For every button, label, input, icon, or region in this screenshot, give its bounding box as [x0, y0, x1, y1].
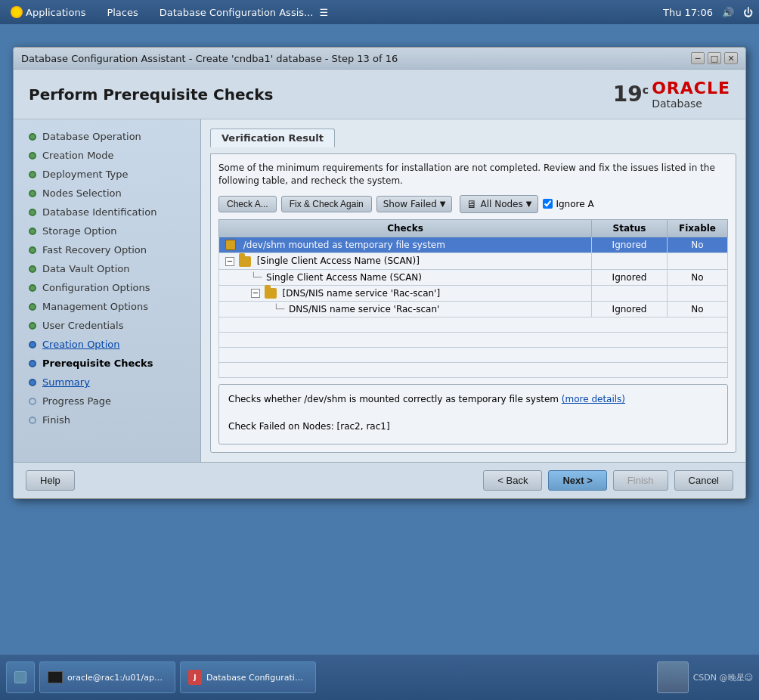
sidebar-dot-fast-recovery [29, 246, 36, 254]
verification-description: Some of the minimum requirements for ins… [218, 162, 728, 187]
ignore-all-label: Ignore A [556, 199, 593, 209]
sidebar-item-fast-recovery[interactable]: Fast Recovery Option [14, 240, 200, 259]
all-nodes-dropdown[interactable]: 🖥 All Nodes ▼ [460, 195, 538, 213]
more-details-link[interactable]: (more details) [562, 394, 625, 404]
csdn-watermark: CSDN @晚星☺ [693, 672, 753, 683]
places-label: Places [107, 7, 138, 18]
table-row-empty [219, 333, 728, 348]
taskbar-terminal[interactable]: oracle@rac1:/u01/app/oracle/prod... [39, 661, 175, 693]
row-label: /dev/shm mounted as temporary file syste… [243, 240, 445, 250]
taskbar-places[interactable]: Places [102, 5, 142, 20]
table-row[interactable]: /dev/shm mounted as temporary file syste… [219, 237, 728, 253]
sidebar-item-deployment-type[interactable]: Deployment Type [14, 165, 200, 184]
collapse-icon-2[interactable]: − [251, 289, 260, 298]
taskbar-left: Applications Places Database Configurati… [6, 5, 333, 20]
folder-icon [239, 256, 251, 267]
toolbar-row: Check A... Fix & Check Again Show Failed… [218, 195, 728, 213]
sidebar-label-creation-option: Creation Option [42, 339, 120, 350]
terminal-label: oracle@rac1:/u01/app/oracle/prod... [67, 673, 167, 683]
terminal-icon [48, 671, 63, 683]
bottom-task-square[interactable] [657, 661, 689, 693]
verification-panel: Some of the minimum requirements for ins… [210, 153, 736, 453]
all-nodes-arrow-icon: ▼ [526, 200, 532, 208]
check-all-button[interactable]: Check A... [218, 196, 277, 212]
sidebar-item-finish[interactable]: Finish [14, 410, 200, 429]
sidebar-label-summary: Summary [42, 376, 90, 388]
collapse-icon[interactable]: − [225, 257, 234, 266]
sidebar-item-database-operation[interactable]: Database Operation [14, 127, 200, 146]
close-button[interactable]: ✕ [724, 52, 738, 64]
sidebar-dot-user-credentials [29, 322, 36, 330]
sidebar-dot-configuration-options [29, 284, 36, 292]
dialog-header: Perform Prerequisite Checks 19c ORACLE D… [14, 70, 745, 119]
row-fixable-cell [668, 285, 728, 302]
table-row[interactable]: − [Single Client Access Name (SCAN)] [219, 253, 728, 270]
sidebar-item-creation-option[interactable]: Creation Option [14, 335, 200, 354]
dialog-footer: Help < Back Next > Finish Cancel [14, 462, 745, 498]
next-button[interactable]: Next > [548, 470, 606, 491]
tree-line-icon: └─ [251, 272, 262, 283]
applications-label: Applications [26, 7, 85, 18]
sidebar-dot-creation-mode [29, 152, 36, 160]
oracle-version: 19c [613, 82, 649, 107]
bottom-right-area: CSDN @晚星☺ [657, 661, 753, 693]
ignore-all-checkbox-label[interactable]: Ignore A [543, 199, 593, 209]
details-text-2: Check Failed on Nodes: [rac2, rac1] [228, 420, 718, 433]
show-failed-arrow-icon: ▼ [440, 200, 446, 208]
taskbar-dbca[interactable]: J Database Configuration Assistant -... [180, 661, 316, 693]
sidebar: Database Operation Creation Mode Deploym… [14, 119, 201, 462]
table-row-empty [219, 317, 728, 333]
row-fixable-cell: No [668, 269, 728, 285]
cancel-button[interactable]: Cancel [674, 470, 733, 491]
taskbar-applications[interactable]: Applications [6, 5, 90, 20]
sidebar-item-user-credentials[interactable]: User Credentials [14, 316, 200, 335]
sidebar-item-progress-page[interactable]: Progress Page [14, 392, 200, 410]
volume-icon: 🔊 [722, 7, 734, 18]
top-taskbar: Applications Places Database Configurati… [0, 0, 759, 24]
row-status-cell [592, 253, 668, 270]
warning-icon [225, 240, 236, 250]
dialog-title: Database Configuration Assistant - Creat… [21, 53, 398, 64]
sidebar-item-creation-mode[interactable]: Creation Mode [14, 146, 200, 165]
window-title-label: Database Configuration Assis... [160, 7, 314, 18]
sidebar-item-summary[interactable]: Summary [14, 373, 200, 392]
table-row[interactable]: └─ Single Client Access Name (SCAN) Igno… [219, 269, 728, 285]
sidebar-dot-nodes-selection [29, 190, 36, 197]
sidebar-item-nodes-selection[interactable]: Nodes Selection [14, 184, 200, 203]
tab-label: Verification Result [222, 132, 324, 144]
table-row[interactable]: └─ DNS/NIS name service 'Rac-scan' Ignor… [219, 302, 728, 317]
sidebar-label-user-credentials: User Credentials [42, 320, 123, 331]
minimize-button[interactable]: ─ [691, 52, 705, 64]
tab-verification-result[interactable]: Verification Result [210, 129, 335, 147]
back-button[interactable]: < Back [483, 470, 542, 491]
show-failed-dropdown[interactable]: Show Failed ▼ [376, 196, 453, 212]
tab-bar: Verification Result [210, 129, 736, 147]
power-icon[interactable]: ⏻ [743, 7, 753, 18]
maximize-button[interactable]: □ [708, 52, 721, 64]
row-fixable-cell: No [668, 237, 728, 253]
sidebar-item-management-options[interactable]: Management Options [14, 297, 200, 316]
help-button[interactable]: Help [26, 470, 75, 491]
table-row-empty [219, 348, 728, 363]
fix-check-again-button[interactable]: Fix & Check Again [281, 196, 372, 212]
sidebar-dot-storage-option [29, 228, 36, 235]
taskbar-workspace-switcher[interactable] [6, 661, 35, 693]
tree-line-icon-2: └─ [274, 304, 284, 314]
header-title: Perform Prerequisite Checks [29, 85, 274, 104]
sidebar-item-configuration-options[interactable]: Configuration Options [14, 278, 200, 297]
row-status-cell: Ignored [592, 269, 668, 285]
sidebar-label-prerequisite-checks: Prerequisite Checks [42, 358, 153, 369]
sidebar-item-prerequisite-checks[interactable]: Prerequisite Checks [14, 354, 200, 373]
taskbar-window-title[interactable]: Database Configuration Assis... ☰ [155, 5, 333, 20]
sidebar-label-storage-option: Storage Option [42, 225, 116, 237]
table-row[interactable]: − [DNS/NIS name service 'Rac-scan'] [219, 285, 728, 302]
oracle-text: ORACLE Database [652, 79, 730, 110]
ignore-all-checkbox[interactable] [543, 199, 553, 209]
sidebar-item-database-identification[interactable]: Database Identification [14, 203, 200, 221]
finish-button[interactable]: Finish [613, 470, 668, 491]
sidebar-dot-database-operation [29, 133, 36, 141]
dialog-controls: ─ □ ✕ [691, 52, 738, 64]
sidebar-item-data-vault[interactable]: Data Vault Option [14, 259, 200, 278]
sidebar-item-storage-option[interactable]: Storage Option [14, 221, 200, 240]
sun-icon [11, 6, 23, 18]
